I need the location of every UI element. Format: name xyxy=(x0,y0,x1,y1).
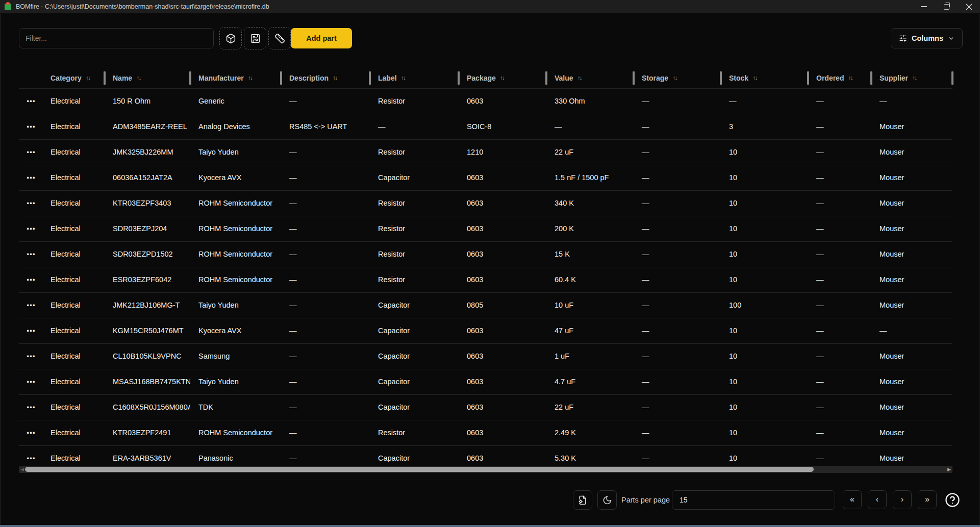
scroll-right-arrow-icon[interactable]: ▶ xyxy=(947,466,951,473)
table-row[interactable]: ⋯Electrical150 R OhmGeneric—Resistor0603… xyxy=(19,88,952,114)
row-menu-button[interactable]: ⋯ xyxy=(23,453,39,464)
maximize-restore-button[interactable] xyxy=(935,0,958,13)
column-header-manufacturer[interactable]: Manufacturer↑↓ xyxy=(190,68,281,88)
column-header-storage[interactable]: Storage↑↓ xyxy=(634,68,721,88)
window-bottom-edge xyxy=(0,525,980,527)
theme-toggle-button[interactable] xyxy=(597,490,617,510)
row-actions-cell: ⋯ xyxy=(19,318,43,343)
row-menu-button[interactable]: ⋯ xyxy=(23,428,39,438)
table-row[interactable]: ⋯ElectricalKGM15CR50J476MTKyocera AVX—Ca… xyxy=(19,318,952,343)
cell-description: — xyxy=(281,267,370,292)
measurements-button[interactable] xyxy=(268,27,291,49)
cell-supplier: Mouser xyxy=(871,140,952,165)
cell-ordered: — xyxy=(808,140,871,165)
table-row[interactable]: ⋯ElectricalC1608X5R0J156M080ATDK—Capacit… xyxy=(19,394,952,420)
column-header-label[interactable]: Label↑↓ xyxy=(370,68,459,88)
prev-page-button[interactable]: ‹ xyxy=(868,490,887,509)
table-row[interactable]: ⋯ElectricalESR03EZPF6042ROHM Semiconduct… xyxy=(19,267,952,292)
cell-label: Capacitor xyxy=(370,293,459,318)
table-row[interactable]: ⋯ElectricalJMK212BJ106MG-TTaiyo Yuden—Ca… xyxy=(19,292,952,318)
cell-category: Electrical xyxy=(43,242,105,267)
cell-ordered: — xyxy=(808,420,871,445)
columns-dropdown-button[interactable]: Columns xyxy=(891,28,963,48)
column-label: Value xyxy=(555,74,573,82)
scroll-left-arrow-icon[interactable]: ◀ xyxy=(20,466,24,473)
horizontal-scrollbar[interactable]: ◀ ▶ xyxy=(19,466,952,473)
cell-package: 0603 xyxy=(459,191,546,216)
row-menu-button[interactable]: ⋯ xyxy=(23,96,39,107)
row-menu-button[interactable]: ⋯ xyxy=(23,198,39,209)
cell-storage: — xyxy=(634,369,721,394)
row-menu-button[interactable]: ⋯ xyxy=(23,402,39,413)
cell-label: Resistor xyxy=(370,242,459,267)
cell-package: 0805 xyxy=(459,293,546,318)
column-header-package[interactable]: Package↑↓ xyxy=(459,68,546,88)
row-actions-cell: ⋯ xyxy=(19,395,43,420)
cell-manufacturer: Kyocera AVX xyxy=(190,318,281,343)
first-page-button[interactable]: « xyxy=(843,490,862,509)
table-row[interactable]: ⋯ElectricalCL10B105KL9VPNCSamsung—Capaci… xyxy=(19,343,952,369)
packages-button[interactable] xyxy=(219,27,242,49)
add-part-button[interactable]: Add part xyxy=(291,28,352,48)
last-page-button[interactable]: » xyxy=(918,490,937,509)
sort-icon[interactable]: ↑↓ xyxy=(577,74,582,82)
column-header-supplier[interactable]: Supplier↑↓ xyxy=(871,68,952,88)
column-header-value[interactable]: Value↑↓ xyxy=(546,68,634,88)
cell-ordered: — xyxy=(808,369,871,394)
column-label: Name xyxy=(113,74,132,82)
table-row[interactable]: ⋯ElectricalKTR03EZPF2491ROHM Semiconduct… xyxy=(19,420,952,445)
cell-package: 0603 xyxy=(459,369,546,394)
row-menu-button[interactable]: ⋯ xyxy=(23,172,39,183)
sort-icon[interactable]: ↑↓ xyxy=(86,74,90,82)
sort-icon[interactable]: ↑↓ xyxy=(500,74,504,82)
sort-icon[interactable]: ↑↓ xyxy=(752,74,757,82)
cell-supplier: Mouser xyxy=(871,420,952,445)
close-button[interactable] xyxy=(958,0,980,13)
sort-icon[interactable]: ↑↓ xyxy=(672,74,676,82)
cell-supplier: Mouser xyxy=(871,191,952,216)
sort-icon[interactable]: ↑↓ xyxy=(248,74,252,82)
table-row[interactable]: ⋯ElectricalADM3485EARZ-REELAnalog Device… xyxy=(19,114,952,139)
table-row[interactable]: ⋯ElectricalSDR03EZPJ204ROHM Semiconducto… xyxy=(19,216,952,241)
column-header-ordered[interactable]: Ordered↑↓ xyxy=(808,68,871,88)
cell-supplier: Mouser xyxy=(871,293,952,318)
table-row[interactable]: ⋯Electrical06036A152JAT2AKyocera AVX—Cap… xyxy=(19,165,952,190)
export-file-button[interactable] xyxy=(573,490,592,510)
cell-manufacturer: Generic xyxy=(190,89,281,114)
column-resize-handle[interactable] xyxy=(951,71,953,85)
row-menu-button[interactable]: ⋯ xyxy=(23,249,39,260)
parts-per-page-input[interactable] xyxy=(672,490,835,510)
cell-description: — xyxy=(281,89,370,114)
sort-icon[interactable]: ↑↓ xyxy=(401,74,405,82)
row-menu-button[interactable]: ⋯ xyxy=(23,300,39,311)
row-menu-button[interactable]: ⋯ xyxy=(23,325,39,336)
cell-package: 0603 xyxy=(459,165,546,190)
table-row[interactable]: ⋯ElectricalKTR03EZPF3403ROHM Semiconduct… xyxy=(19,190,952,216)
scrollbar-thumb[interactable] xyxy=(25,467,814,472)
column-header-stock[interactable]: Stock↑↓ xyxy=(721,68,808,88)
next-page-button[interactable]: › xyxy=(893,490,912,509)
column-header-description[interactable]: Description↑↓ xyxy=(281,68,370,88)
minimize-button[interactable] xyxy=(913,0,935,13)
column-header-category[interactable]: Category↑↓ xyxy=(43,68,105,88)
cell-name: JMK212BJ106MG-T xyxy=(105,293,190,318)
cell-name: KTR03EZPF3403 xyxy=(105,191,190,216)
table-row[interactable]: ⋯ElectricalMSASJ168BB7475KTN.Taiyo Yuden… xyxy=(19,369,952,394)
row-menu-button[interactable]: ⋯ xyxy=(23,274,39,285)
sort-icon[interactable]: ↑↓ xyxy=(848,74,852,82)
table-row[interactable]: ⋯ElectricalSDR03EZPD1502ROHM Semiconduct… xyxy=(19,241,952,267)
row-menu-button[interactable]: ⋯ xyxy=(23,147,39,158)
table-row[interactable]: ⋯ElectricalJMK325BJ226MMTaiyo Yuden—Resi… xyxy=(19,139,952,165)
filter-input[interactable] xyxy=(19,28,214,48)
sort-icon[interactable]: ↑↓ xyxy=(136,74,140,82)
help-button[interactable] xyxy=(943,491,962,509)
sort-icon[interactable]: ↑↓ xyxy=(333,74,337,82)
cell-label: — xyxy=(370,114,459,139)
row-menu-button[interactable]: ⋯ xyxy=(23,351,39,362)
row-menu-button[interactable]: ⋯ xyxy=(23,377,39,387)
row-menu-button[interactable]: ⋯ xyxy=(23,223,39,234)
footprints-button[interactable] xyxy=(244,27,266,49)
column-header-name[interactable]: Name↑↓ xyxy=(105,68,190,88)
sort-icon[interactable]: ↑↓ xyxy=(912,74,916,82)
row-menu-button[interactable]: ⋯ xyxy=(23,121,39,132)
